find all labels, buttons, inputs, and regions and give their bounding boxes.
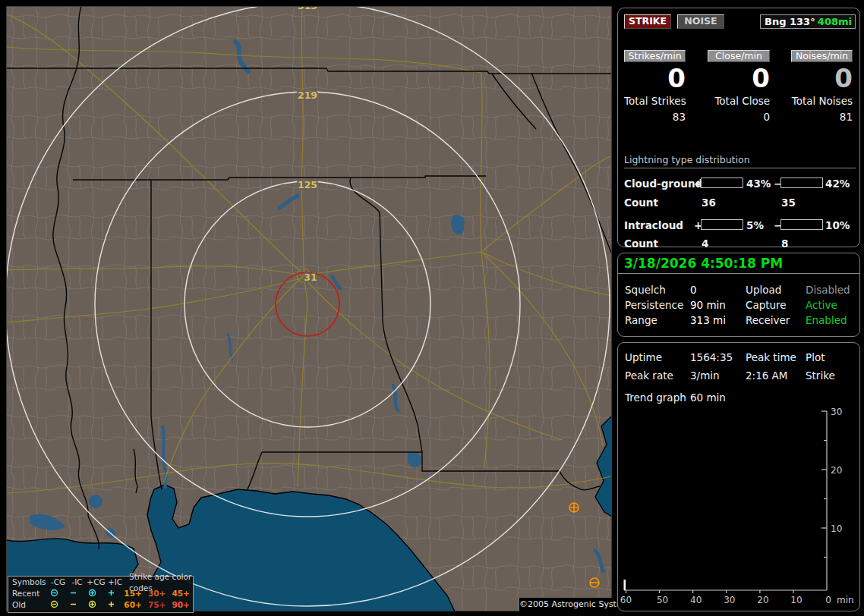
cloud-ground-row: Cloud-ground + 43% − 42% [618, 178, 859, 188]
close-per-min-value: 0 [708, 64, 770, 92]
strikes-per-min-label: Strikes/min [624, 50, 686, 62]
cg-negative-count: 35 [781, 196, 796, 209]
cg-positive-percent: 43% [746, 178, 771, 190]
noise-toggle-button[interactable]: NOISE [677, 14, 724, 29]
intracloud-label: Intracloud [624, 219, 683, 231]
ic-positive-bar [701, 219, 743, 230]
age-30: 30+ [145, 588, 169, 599]
map-canvas: 313 219 125 31 [6, 6, 612, 611]
cloud-ground-label: Cloud-ground [624, 178, 702, 190]
cg-positive-count: 36 [702, 196, 716, 209]
persistence-row: Persistence 90 min Capture Active [618, 299, 859, 314]
strikes-counter-column: Strikes/min 0 Total Strikes 83 [624, 50, 686, 141]
age-75: 75+ [145, 599, 169, 611]
svg-text:40: 40 [690, 595, 702, 605]
plus-icon [102, 588, 121, 599]
divider [618, 273, 859, 274]
ic-positive-count: 4 [702, 237, 708, 250]
ring-label-31: 31 [304, 272, 317, 283]
graph-tick-labels: 30 20 10 60 50 40 30 20 10 0 min [620, 407, 854, 605]
circle-minus-icon [45, 588, 64, 599]
persistence-value: 90 min [690, 299, 726, 311]
intracloud-count-row: Count 4 8 [618, 237, 859, 248]
bearing-value: Bng 133° [765, 15, 815, 28]
total-strikes-value: 83 [624, 111, 686, 123]
lightning-map: 313 219 125 31 [6, 6, 612, 611]
age-15: 15+ [121, 588, 145, 599]
cg-negative-bar [780, 178, 823, 188]
trend-panel: Uptime 1564:35 Peak time Plot Peak rate … [617, 342, 860, 611]
legend-col-pos-cg: +CG [87, 577, 106, 588]
range-value: 408mi [818, 15, 852, 28]
range-setting-value: 313 mi [690, 314, 726, 326]
strike-toggle-button[interactable]: STRIKE [624, 14, 671, 29]
legend-col-neg-cg: -CG [49, 577, 68, 588]
total-noises-value: 81 [791, 111, 853, 123]
svg-text:10: 10 [790, 595, 802, 605]
bearing-range-display: Bng 133° 408mi [760, 14, 856, 29]
intracloud-row: Intracloud + 5% − 10% [618, 219, 859, 230]
svg-text:20: 20 [757, 595, 768, 605]
upload-label: Upload [746, 284, 781, 296]
legend-col-pos-ic: +IC [106, 577, 125, 588]
squelch-label: Squelch [625, 284, 666, 296]
squelch-value: 0 [690, 284, 697, 296]
trend-graph: 30 20 10 60 50 40 30 20 10 0 min [618, 343, 859, 611]
capture-status: Active [806, 299, 837, 311]
status-panel: 3/18/2026 4:50:18 PM Squelch 0 Upload Di… [617, 253, 860, 337]
age-60: 60+ [121, 599, 145, 611]
total-close-label: Total Close [708, 95, 770, 107]
receiver-label: Receiver [746, 314, 790, 326]
svg-text:0: 0 [825, 595, 831, 605]
ring-label-125: 125 [298, 179, 317, 190]
noises-per-min-value: 0 [791, 64, 853, 92]
minus-icon [64, 588, 83, 599]
total-noises-label: Total Noises [791, 95, 853, 107]
legend-col-neg-ic: -IC [68, 577, 87, 588]
copyright-text: ©2005 Astrogenic Systems [519, 598, 612, 611]
persistence-label: Persistence [625, 299, 683, 311]
total-strikes-label: Total Strikes [624, 95, 686, 107]
svg-text:10: 10 [831, 523, 842, 534]
plus-icon [102, 599, 121, 611]
legend-symbols-header: Symbols [8, 577, 49, 588]
strikes-per-min-value: 0 [624, 64, 686, 92]
range-label: Range [625, 314, 657, 326]
svg-text:30: 30 [831, 407, 842, 417]
age-90: 90+ [169, 599, 193, 611]
datetime-display: 3/18/2026 4:50:18 PM [624, 256, 783, 271]
legend-header-row: Symbols -CG -IC +CG +IC Strike age color… [8, 577, 193, 588]
counters-panel: STRIKE NOISE Bng 133° 408mi Strikes/min … [617, 8, 860, 247]
noises-per-min-label: Noises/min [791, 50, 853, 62]
legend-recent-symbols [45, 588, 121, 599]
legend-recent-label: Recent [8, 588, 45, 599]
distribution-title: Lightning type distribution [624, 154, 856, 168]
circle-plus-icon [83, 588, 102, 599]
age-45: 45+ [169, 588, 193, 599]
svg-text:20: 20 [831, 465, 842, 476]
legend-old-row: Old 60+ 75+ 90+ [8, 599, 193, 611]
svg-text:min: min [837, 595, 854, 605]
ic-negative-count: 8 [781, 237, 788, 250]
capture-label: Capture [746, 299, 787, 311]
nexstorm-window: 313 219 125 31 [0, 0, 864, 616]
upload-status: Disabled [806, 284, 850, 296]
close-per-min-label: Close/min [708, 50, 770, 62]
squelch-row: Squelch 0 Upload Disabled [618, 284, 859, 299]
minus-icon [64, 599, 83, 611]
total-close-value: 0 [708, 111, 770, 123]
svg-text:50: 50 [657, 595, 668, 605]
cg-negative-percent: 42% [825, 178, 850, 190]
cg-positive-bar [701, 178, 743, 188]
legend-recent-row: Recent 15+ 30+ 45+ [8, 588, 193, 599]
circle-plus-icon [83, 599, 102, 611]
ring-label-313: 313 [298, 6, 317, 11]
noises-counter-column: Noises/min 0 Total Noises 81 [791, 50, 853, 141]
symbols-legend: Symbols -CG -IC +CG +IC Strike age color… [8, 576, 194, 613]
count-label: Count [624, 196, 658, 209]
ring-label-219: 219 [298, 90, 317, 101]
svg-text:60: 60 [620, 595, 632, 605]
ic-negative-percent: 10% [825, 219, 850, 231]
close-counter-column: Close/min 0 Total Close 0 [708, 50, 770, 141]
legend-old-label: Old [8, 599, 45, 611]
